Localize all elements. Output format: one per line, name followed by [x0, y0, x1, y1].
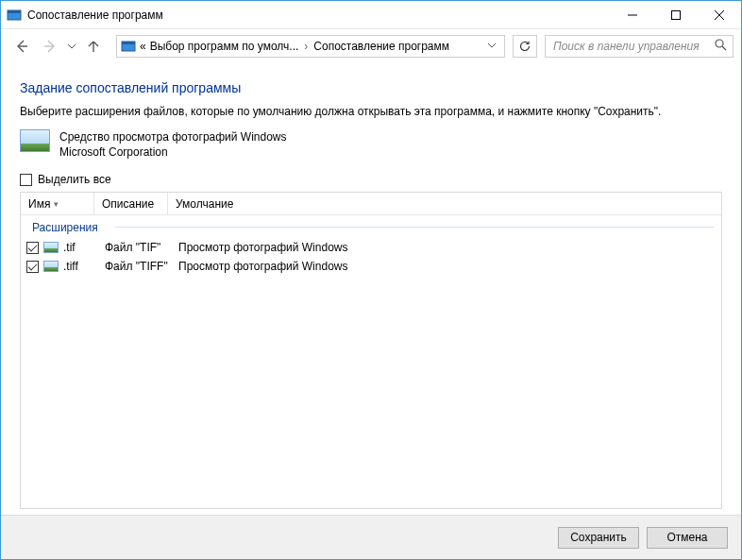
column-description[interactable]: Описание — [94, 193, 168, 214]
breadcrumb-current[interactable]: Сопоставление программ — [313, 40, 449, 53]
photo-viewer-icon — [20, 129, 50, 152]
breadcrumb-parent[interactable]: Выбор программ по умолч... — [150, 40, 299, 53]
svg-line-11 — [722, 46, 726, 50]
group-extensions[interactable]: Расширения — [21, 215, 721, 238]
row-checkbox[interactable] — [26, 261, 39, 273]
maximize-button[interactable] — [654, 1, 698, 28]
page-description: Выберите расширения файлов, которые по у… — [20, 105, 722, 118]
svg-rect-9 — [122, 42, 135, 44]
row-ext: .tiff — [63, 260, 105, 273]
nav-forward-button[interactable] — [37, 33, 63, 59]
list-header: Имя ▾ Описание Умолчание — [21, 193, 721, 215]
row-ext: .tif — [63, 241, 105, 254]
selected-app: Средство просмотра фотографий Windows Mi… — [20, 129, 722, 160]
app-icon — [7, 8, 22, 23]
select-all-label: Выделить все — [38, 173, 111, 186]
window-controls — [611, 1, 741, 28]
row-default: Просмотр фотографий Windows — [178, 241, 721, 254]
select-all-checkbox[interactable]: Выделить все — [20, 173, 722, 186]
extensions-list: Имя ▾ Описание Умолчание Расширения .tif… — [20, 192, 722, 509]
column-name[interactable]: Имя ▾ — [21, 193, 94, 214]
table-row[interactable]: .tifФайл "TIF"Просмотр фотографий Window… — [21, 238, 721, 257]
minimize-button[interactable] — [611, 1, 654, 28]
svg-point-10 — [716, 40, 723, 47]
image-file-icon — [43, 261, 59, 272]
column-default[interactable]: Умолчание — [168, 193, 721, 214]
navbar: « Выбор программ по умолч... › Сопоставл… — [1, 29, 741, 63]
table-row[interactable]: .tiffФайл "TIFF"Просмотр фотографий Wind… — [21, 257, 721, 276]
refresh-button[interactable] — [513, 35, 537, 58]
nav-recent-dropdown[interactable] — [65, 33, 78, 59]
page-title: Задание сопоставлений программы — [20, 80, 722, 95]
search-box[interactable] — [545, 35, 734, 58]
close-button[interactable] — [698, 1, 741, 28]
row-desc: Файл "TIFF" — [105, 260, 178, 273]
search-icon[interactable] — [715, 39, 727, 54]
footer: Сохранить Отмена — [1, 516, 741, 559]
chevron-right-icon[interactable]: › — [302, 40, 310, 53]
address-dropdown[interactable] — [483, 40, 500, 53]
rows-container: .tifФайл "TIF"Просмотр фотографий Window… — [21, 238, 721, 276]
column-name-label: Имя — [28, 197, 50, 211]
search-input[interactable] — [551, 39, 711, 54]
app-name: Средство просмотра фотографий Windows — [59, 129, 287, 144]
save-button[interactable]: Сохранить — [558, 527, 639, 549]
svg-rect-3 — [672, 10, 681, 19]
cancel-button[interactable]: Отмена — [647, 527, 728, 549]
breadcrumb-prefix: « — [140, 40, 146, 53]
svg-rect-1 — [8, 10, 21, 13]
row-desc: Файл "TIF" — [105, 241, 178, 254]
titlebar: Сопоставление программ — [1, 1, 741, 29]
row-default: Просмотр фотографий Windows — [178, 260, 721, 273]
checkbox-icon — [20, 174, 32, 186]
control-panel-icon — [121, 39, 136, 54]
column-default-label: Умолчание — [176, 197, 233, 211]
image-file-icon — [43, 242, 59, 253]
column-description-label: Описание — [102, 197, 154, 211]
sort-indicator-icon: ▾ — [54, 199, 59, 209]
row-checkbox[interactable] — [26, 242, 39, 254]
nav-back-button[interactable] — [8, 33, 35, 59]
nav-up-button[interactable] — [80, 33, 107, 59]
window: Сопоставление программ — [0, 0, 742, 560]
content: Задание сопоставлений программы Выберите… — [1, 63, 741, 515]
window-title: Сопоставление программ — [27, 8, 611, 22]
address-bar[interactable]: « Выбор программ по умолч... › Сопоставл… — [116, 35, 505, 58]
app-publisher: Microsoft Corporation — [59, 144, 287, 160]
